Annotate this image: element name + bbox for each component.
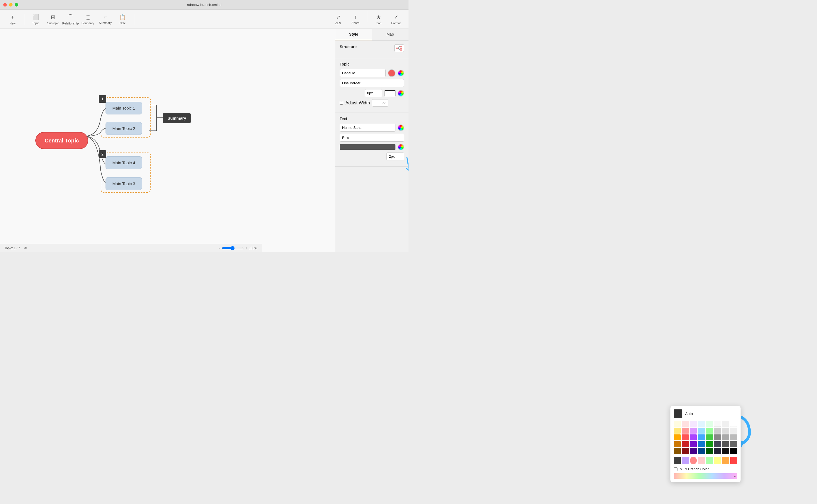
share-button[interactable]: ↑ Share	[347, 11, 363, 27]
boundary-label-1: 1	[99, 95, 106, 103]
icon-button[interactable]: ★ Icon	[370, 11, 387, 27]
tab-map[interactable]: Map	[372, 29, 409, 40]
zoom-slider[interactable]	[222, 246, 244, 250]
line-color-picker[interactable]	[397, 144, 404, 150]
line-style-preview	[340, 144, 395, 150]
topic-color-swatch[interactable]	[388, 69, 395, 77]
close-button[interactable]	[3, 3, 7, 7]
structure-icon[interactable]	[394, 44, 404, 52]
zoom-controls: − + 100%	[218, 246, 257, 250]
adjust-width-label: Adjust Width	[345, 101, 370, 105]
central-topic[interactable]: Central Topic	[35, 132, 88, 149]
boundary-icon: ⬚	[85, 14, 91, 20]
zoom-level: 100%	[249, 246, 257, 250]
note-icon: 📋	[119, 14, 126, 20]
zoom-minus[interactable]: −	[218, 246, 220, 250]
topic-count: Topic: 1 / 7	[4, 246, 20, 250]
boundary-label-2: 2	[99, 150, 106, 158]
main-topic-3[interactable]: Main Topic 3	[105, 177, 142, 190]
topic-section-title: Topic	[340, 62, 404, 66]
adjust-width-input[interactable]	[372, 99, 388, 107]
toolbar-separator	[24, 14, 24, 25]
statusbar: Topic: 1 / 7 👁 − + 100%	[0, 244, 262, 252]
window-title: rainbow branch.xmind	[187, 3, 221, 7]
topic-section: Topic Capsule Line Border 0px	[335, 58, 408, 113]
zen-label: ZEN	[335, 21, 341, 25]
svg-rect-7	[400, 49, 402, 51]
subtopic-button[interactable]: ⊞ Subtopic	[45, 11, 61, 27]
note-label: Note	[119, 21, 126, 25]
main-topic-1[interactable]: Main Topic 1	[105, 102, 142, 114]
font-color-picker[interactable]	[397, 125, 404, 131]
window-controls	[3, 3, 18, 7]
toolbar: ＋ New ⬜ Topic ⊞ Subtopic ⌒ Relationship …	[0, 10, 408, 29]
svg-line-10	[398, 48, 400, 50]
structure-title: Structure	[340, 45, 356, 49]
minimize-button[interactable]	[9, 3, 13, 7]
structure-map-icon	[395, 45, 403, 51]
toolbar-right: ⤢ ZEN ↑ Share ★ Icon ✓ Format	[330, 11, 404, 27]
svg-line-8	[398, 46, 400, 48]
arrow-decoration: ↓	[335, 167, 408, 178]
svg-rect-4	[396, 48, 398, 49]
format-icon: ✓	[394, 14, 398, 20]
zen-icon: ⤢	[336, 14, 340, 20]
icon-label: Icon	[376, 21, 381, 25]
share-icon: ↑	[354, 14, 357, 20]
note-button[interactable]: 📋 Note	[114, 11, 131, 27]
tab-style[interactable]: Style	[335, 29, 372, 40]
line-size-select[interactable]: 2px	[386, 153, 404, 160]
border-select[interactable]: Line Border	[340, 79, 404, 87]
relationship-label: Relationship	[62, 22, 79, 25]
right-panel: Style Map Structure	[335, 29, 408, 252]
adjust-width-checkbox[interactable]	[340, 101, 343, 105]
main-topic-2[interactable]: Main Topic 2	[105, 122, 142, 135]
svg-rect-6	[400, 48, 402, 49]
zoom-plus[interactable]: +	[245, 246, 247, 250]
border-color-preview	[384, 90, 395, 96]
new-label: New	[10, 22, 15, 25]
format-button[interactable]: ✓ Format	[388, 11, 404, 27]
topic-button[interactable]: ⬜ Topic	[27, 11, 44, 27]
new-icon: ＋	[10, 13, 15, 21]
boundary-label: Boundary	[81, 21, 94, 25]
subtopic-label: Subtopic	[47, 21, 59, 25]
eye-icon[interactable]: 👁	[23, 246, 27, 250]
boundary-button[interactable]: ⬚ Boundary	[80, 11, 96, 27]
new-button[interactable]: ＋ New	[4, 11, 21, 27]
main-area: Central Topic 1 2 Main Topic 1 Main Topi…	[0, 29, 408, 252]
panel-tabs: Style Map	[335, 29, 408, 41]
topic-color-picker[interactable]	[397, 70, 404, 76]
structure-section: Structure	[335, 41, 408, 58]
titlebar: rainbow branch.xmind	[0, 0, 408, 10]
summary-node[interactable]: Summary	[163, 113, 191, 123]
relationship-icon: ⌒	[68, 13, 73, 21]
share-label: Share	[351, 21, 359, 24]
font-select[interactable]: Nunito Sans	[340, 124, 395, 132]
toolbar-separator-2	[134, 14, 134, 25]
maximize-button[interactable]	[15, 3, 18, 7]
canvas[interactable]: Central Topic 1 2 Main Topic 1 Main Topi…	[0, 29, 335, 252]
subtopic-icon: ⊞	[51, 14, 55, 20]
topic-icon: ⬜	[32, 14, 39, 20]
toolbar-separator-3	[367, 11, 367, 22]
icon-star-icon: ★	[376, 14, 381, 20]
topic-label: Topic	[32, 21, 39, 25]
summary-label: Summary	[99, 21, 111, 24]
font-weight-select[interactable]: Bold	[340, 134, 404, 142]
format-label: Format	[391, 21, 401, 25]
zen-button[interactable]: ⤢ ZEN	[330, 11, 346, 27]
border-color-picker[interactable]	[397, 90, 404, 97]
text-section-title: Text	[340, 117, 404, 121]
summary-button[interactable]: ⌐ Summary	[97, 11, 113, 27]
summary-icon: ⌐	[104, 14, 107, 20]
border-size-select[interactable]: 0px	[365, 89, 382, 97]
svg-rect-5	[400, 46, 402, 47]
relationship-button[interactable]: ⌒ Relationship	[62, 11, 79, 27]
shape-select[interactable]: Capsule	[340, 69, 385, 77]
main-topic-4[interactable]: Main Topic 4	[105, 156, 142, 169]
text-section: Text Nunito Sans Bold 2px	[335, 113, 408, 167]
